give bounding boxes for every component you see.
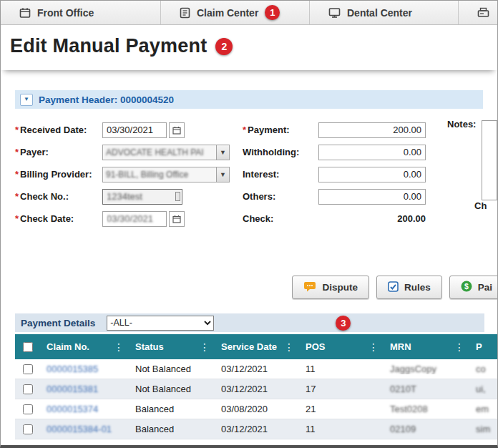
payment-details-bar: Payment Details -ALL- 3 bbox=[15, 313, 484, 332]
check-no-input[interactable] bbox=[102, 189, 182, 205]
tab-partial[interactable] bbox=[459, 1, 498, 24]
claim-link[interactable]: 0000015385 bbox=[47, 364, 98, 374]
service-date-cell: 03/12/2021 bbox=[215, 424, 300, 434]
received-date-label: *Received Date: bbox=[15, 125, 102, 135]
column-header-pos[interactable]: POS⋮ bbox=[300, 334, 384, 359]
tab-label: Front Office bbox=[37, 7, 94, 19]
required-asterisk: * bbox=[15, 125, 19, 135]
rules-button-label: Rules bbox=[404, 282, 431, 293]
check-no-label: *Check No.: bbox=[15, 191, 102, 202]
received-date-input[interactable] bbox=[102, 122, 167, 138]
paid-button-label: Pai bbox=[478, 282, 492, 293]
billing-provider-dropdown[interactable]: 91-BILL, Billing Office ▼ bbox=[102, 167, 230, 182]
select-all-checkbox[interactable] bbox=[23, 342, 33, 352]
paid-button[interactable]: $ Pai bbox=[449, 276, 498, 299]
field-others: Others: bbox=[243, 185, 437, 208]
dispute-button[interactable]: Dispute bbox=[292, 276, 369, 299]
pos-cell: 21 bbox=[300, 404, 384, 414]
row-checkbox[interactable] bbox=[23, 384, 33, 394]
payer-label: *Payer: bbox=[15, 147, 102, 157]
pos-cell: 17 bbox=[300, 384, 384, 394]
column-menu-icon[interactable]: ⋮ bbox=[109, 341, 124, 353]
interest-label: Interest: bbox=[243, 169, 318, 180]
column-header-claim-no[interactable]: Claim No.⋮ bbox=[41, 334, 130, 359]
panel-title: Payment Header: 0000004520 bbox=[39, 94, 174, 105]
step-badge-1: 1 bbox=[265, 5, 280, 20]
payment-details-title: Payment Details bbox=[21, 318, 95, 328]
service-date-cell: 03/12/2021 bbox=[215, 364, 300, 374]
table-row: 0000015374 Balanced 03/08/2020 21 Test02… bbox=[15, 399, 498, 419]
chevron-down-icon: ▼ bbox=[216, 167, 229, 182]
claim-link[interactable]: 0000015381 bbox=[47, 384, 98, 394]
required-asterisk: * bbox=[15, 213, 19, 224]
column-menu-icon[interactable]: ⋮ bbox=[280, 341, 294, 353]
column-menu-icon[interactable]: ⋮ bbox=[195, 341, 210, 353]
payer-dropdown[interactable]: ADVOCATE HEALTH PAI ▼ bbox=[102, 145, 230, 160]
partial-cell: co bbox=[470, 364, 498, 374]
check-date-input[interactable] bbox=[102, 211, 167, 227]
top-navigation: Front Office Claim Center 1 Dental Cente… bbox=[1, 1, 497, 25]
clipped-label: Ch bbox=[474, 200, 487, 211]
row-checkbox[interactable] bbox=[23, 404, 33, 414]
withholding-input[interactable] bbox=[318, 145, 426, 160]
rules-check-icon bbox=[388, 281, 399, 294]
interest-input[interactable] bbox=[318, 167, 426, 182]
field-payment: *Payment: bbox=[243, 119, 437, 141]
billing-provider-label: *Billing Provider: bbox=[15, 169, 102, 180]
payer-value: ADVOCATE HEALTH PAI bbox=[103, 147, 216, 157]
row-checkbox[interactable] bbox=[23, 364, 33, 374]
others-input[interactable] bbox=[318, 189, 426, 205]
status-cell: Balanced bbox=[130, 424, 215, 434]
monitor-icon bbox=[328, 7, 341, 19]
mrn-cell: 02109 bbox=[384, 424, 470, 434]
calendar-icon bbox=[172, 126, 181, 135]
status-cell: Not Balanced bbox=[130, 364, 215, 374]
check-total-label: Check: bbox=[243, 213, 318, 224]
rules-button[interactable]: Rules bbox=[376, 276, 442, 299]
form-right-column: Notes: Ch bbox=[437, 119, 497, 230]
column-menu-icon[interactable]: ⋮ bbox=[450, 341, 464, 353]
pos-cell: 11 bbox=[300, 364, 384, 374]
calendar-picker-button[interactable] bbox=[169, 122, 185, 138]
row-checkbox[interactable] bbox=[23, 424, 33, 434]
field-received-date: *Received Date: bbox=[15, 119, 243, 141]
column-header-partial[interactable]: P bbox=[470, 334, 498, 359]
calendar-icon bbox=[172, 215, 181, 223]
table-row: 0000015384-01 Balanced 03/12/2021 11 021… bbox=[15, 419, 498, 439]
service-date-cell: 03/08/2020 bbox=[215, 404, 300, 414]
tab-claim-center[interactable]: Claim Center 1 bbox=[161, 1, 310, 24]
chevron-down-icon: ▼ bbox=[24, 97, 29, 102]
form-left-column: *Received Date: *Payer: ADVOCATE HEALTH … bbox=[15, 119, 243, 230]
mrn-cell: Test0208 bbox=[384, 404, 470, 414]
column-menu-icon[interactable]: ⋮ bbox=[364, 341, 379, 353]
tab-front-office[interactable]: Front Office bbox=[1, 1, 161, 24]
field-billing-provider: *Billing Provider: 91-BILL, Billing Offi… bbox=[15, 163, 243, 185]
details-filter-select[interactable]: -ALL- bbox=[107, 316, 214, 331]
required-asterisk: * bbox=[243, 125, 246, 135]
table-row: 0000015381 Not Balanced 03/12/2021 17 02… bbox=[15, 379, 498, 399]
check-date-label: *Check Date: bbox=[15, 213, 102, 224]
payment-input[interactable] bbox=[318, 122, 426, 138]
calendar-picker-button[interactable] bbox=[169, 211, 185, 227]
collapse-button[interactable]: ▼ bbox=[20, 94, 33, 106]
payment-form: *Received Date: *Payer: ADVOCATE HEALTH … bbox=[15, 119, 497, 230]
others-label: Others: bbox=[243, 191, 318, 202]
column-header-service-date[interactable]: Service Date⋮ bbox=[215, 334, 300, 359]
step-badge-3: 3 bbox=[336, 316, 351, 331]
service-date-cell: 03/12/2021 bbox=[215, 384, 300, 394]
notes-textarea[interactable] bbox=[482, 120, 497, 200]
payment-details-table: Claim No.⋮ Status⋮ Service Date⋮ POS⋮ MR… bbox=[15, 334, 498, 439]
billing-provider-value: 91-BILL, Billing Office bbox=[103, 170, 216, 180]
main-content: ▼ Payment Header: 0000004520 *Received D… bbox=[1, 70, 497, 439]
column-header-status[interactable]: Status⋮ bbox=[130, 334, 215, 359]
claim-link[interactable]: 0000015384-01 bbox=[47, 424, 112, 434]
column-header-mrn[interactable]: MRN⋮ bbox=[384, 334, 470, 359]
calendar-icon bbox=[19, 7, 31, 19]
claim-link[interactable]: 0000015374 bbox=[47, 404, 98, 414]
tab-label: Claim Center bbox=[197, 7, 258, 19]
tab-dental-center[interactable]: Dental Center bbox=[310, 1, 459, 24]
field-check-total: Check: 200.00 bbox=[243, 208, 437, 230]
required-asterisk: * bbox=[15, 147, 19, 157]
notes-label: Notes: bbox=[447, 119, 476, 130]
partial-cell: sim bbox=[470, 424, 498, 434]
